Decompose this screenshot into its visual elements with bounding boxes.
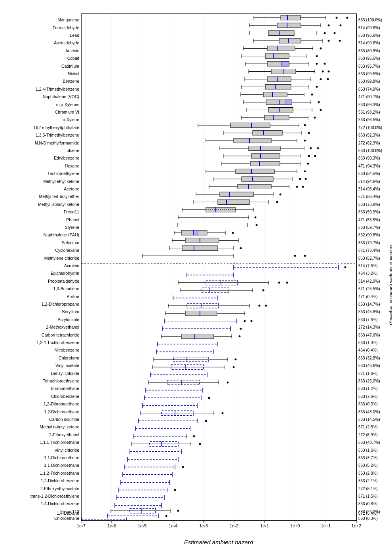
svg-rect-291 — [236, 169, 274, 174]
svg-text:N,N-Dimethylformamide: N,N-Dimethylformamide — [35, 141, 79, 145]
svg-text:Vinyl chloride: Vinyl chloride — [55, 448, 79, 453]
svg-rect-311 — [220, 192, 253, 197]
svg-rect-241 — [268, 108, 293, 112]
svg-text:863  (0.3%): 863 (0.3%) — [358, 402, 378, 406]
svg-text:863  (0.8%): 863 (0.8%) — [358, 502, 378, 506]
svg-point-300 — [305, 178, 307, 180]
svg-text:1,1,1-Trichloroethane: 1,1,1-Trichloroethane — [40, 440, 80, 445]
svg-point-395 — [244, 320, 246, 322]
svg-text:Chromium VI: Chromium VI — [55, 110, 79, 114]
svg-text:Methyl tert-butyl ether: Methyl tert-butyl ether — [39, 194, 79, 199]
svg-point-418 — [235, 358, 237, 360]
svg-text:863 (14.5%): 863 (14.5%) — [358, 417, 380, 422]
svg-point-211 — [328, 70, 330, 72]
svg-point-400 — [240, 328, 242, 330]
svg-rect-317 — [218, 200, 249, 204]
svg-text:863 (40.7%): 863 (40.7%) — [358, 440, 380, 445]
svg-text:Aniline: Aniline — [67, 294, 79, 299]
svg-text:Acetaldehyde: Acetaldehyde — [54, 40, 79, 45]
svg-text:Nickel: Nickel — [68, 71, 79, 76]
svg-text:1,2-Dibromoethane: 1,2-Dibromoethane — [44, 401, 79, 406]
svg-text:863 (100.0%): 863 (100.0%) — [358, 18, 382, 22]
svg-text:863 (59.7%): 863 (59.7%) — [358, 225, 380, 230]
svg-text:472 (100.0%): 472 (100.0%) — [358, 126, 382, 130]
svg-text:671 (25.5%): 671 (25.5%) — [358, 287, 380, 291]
svg-rect-2 — [81, 14, 356, 521]
svg-text:Cobalt: Cobalt — [67, 56, 79, 61]
svg-text:1,3-Butadiene: 1,3-Butadiene — [53, 286, 80, 291]
svg-text:863 (45.8%): 863 (45.8%) — [358, 310, 380, 314]
svg-point-486 — [174, 489, 176, 491]
svg-point-184 — [339, 40, 341, 42]
svg-text:863  (1.2%): 863 (1.2%) — [358, 386, 378, 391]
svg-point-329 — [255, 217, 257, 219]
svg-text:863  (7.6%): 863 (7.6%) — [358, 318, 378, 322]
svg-rect-297 — [242, 177, 273, 181]
svg-text:514 (99.6%): 514 (99.6%) — [358, 41, 380, 45]
svg-rect-222 — [265, 84, 291, 89]
svg-point-177 — [334, 32, 336, 34]
svg-text:Methyl ethyl ketone: Methyl ethyl ketone — [44, 179, 80, 184]
svg-text:1,2-Dichloropropane: 1,2-Dichloropropane — [42, 302, 79, 306]
svg-rect-265 — [234, 138, 271, 143]
svg-text:671 (78.4%): 671 (78.4%) — [358, 248, 380, 253]
svg-rect-235 — [285, 100, 292, 105]
svg-point-176 — [324, 32, 326, 34]
svg-text:863 (47.6%): 863 (47.6%) — [358, 333, 380, 337]
svg-point-249 — [314, 116, 316, 118]
svg-point-440 — [208, 397, 210, 399]
x-label-1e-1: 1e-1 — [260, 523, 269, 528]
svg-point-313 — [280, 193, 282, 195]
svg-text:Cyclohexane: Cyclohexane — [55, 248, 79, 253]
x-axis-title: Estimated ambient hazard — [184, 539, 253, 544]
svg-rect-228 — [263, 92, 287, 97]
svg-text:Beryllium: Beryllium — [62, 309, 79, 314]
chart-container: 1e-7 1e-6 1e-5 1e-4 1e-3 1e-2 1e-1 1e+0 … — [0, 0, 392, 544]
svg-rect-278 — [251, 154, 280, 158]
svg-text:671  (2.8%): 671 (2.8%) — [358, 425, 378, 429]
svg-point-360 — [344, 266, 346, 268]
x-label-1e2: 1e+2 — [352, 523, 362, 528]
svg-point-502 — [166, 515, 167, 517]
svg-text:Carbon tetrachloride: Carbon tetrachloride — [42, 333, 79, 337]
svg-text:863 (99.3%): 863 (99.3%) — [358, 156, 380, 160]
svg-point-369 — [278, 282, 280, 283]
svg-text:671  (1.6%): 671 (1.6%) — [358, 371, 378, 376]
svg-text:Selenium: Selenium — [62, 240, 79, 245]
svg-rect-304 — [238, 185, 271, 189]
svg-text:464  (0.4%): 464 (0.4%) — [358, 348, 378, 352]
svg-text:D(2-ethylhexyl)phthalate: D(2-ethylhexyl)phthalate — [34, 125, 79, 130]
svg-text:m,p-Xylenes: m,p-Xylenes — [56, 102, 79, 107]
svg-rect-188 — [267, 46, 295, 51]
svg-text:1,3,5-Trimethylbenzene: 1,3,5-Trimethylbenzene — [36, 133, 79, 137]
svg-point-376 — [263, 289, 265, 291]
svg-text:514 (99.6%): 514 (99.6%) — [358, 26, 380, 30]
svg-text:1,1,2-Trichloroethane: 1,1,2-Trichloroethane — [40, 471, 80, 476]
svg-text:2-Ethoxyethylacetate: 2-Ethoxyethylacetate — [40, 486, 79, 491]
svg-text:863 (52.7%): 863 (52.7%) — [358, 256, 380, 261]
svg-point-299 — [299, 178, 301, 180]
svg-text:863 (14.7%): 863 (14.7%) — [358, 302, 380, 306]
svg-text:863 (99.3%): 863 (99.3%) — [358, 103, 380, 107]
x-label-1e-2: 1e-2 — [230, 523, 238, 528]
svg-point-466 — [199, 443, 201, 445]
svg-text:Toluene: Toluene — [65, 148, 79, 153]
svg-point-255 — [304, 124, 306, 126]
svg-rect-404 — [181, 334, 214, 339]
svg-text:Acrylonitrile: Acrylonitrile — [58, 317, 79, 322]
svg-text:863 (99.8%): 863 (99.8%) — [358, 79, 380, 84]
x-label-1e0: 1e+0 — [290, 523, 300, 528]
svg-text:863 (95.6%): 863 (95.6%) — [358, 33, 380, 38]
svg-rect-201 — [282, 61, 289, 66]
svg-text:272  (5.9%): 272 (5.9%) — [358, 433, 378, 437]
x-label-1e-6: 1e-6 — [107, 523, 116, 528]
svg-point-406 — [239, 335, 241, 337]
svg-text:Chloroethane: Chloroethane — [54, 516, 79, 521]
svg-text:471 (53.5%): 471 (53.5%) — [358, 218, 380, 222]
svg-text:Benzyl chloride: Benzyl chloride — [51, 371, 79, 376]
svg-text:Naphthalene (PAH): Naphthalene (PAH) — [44, 232, 79, 237]
svg-text:863 (59.9%): 863 (59.9%) — [358, 210, 380, 214]
x-label-1e-7: 1e-7 — [77, 523, 86, 528]
svg-point-306 — [296, 186, 298, 188]
x-label-1e-4: 1e-4 — [169, 523, 177, 528]
